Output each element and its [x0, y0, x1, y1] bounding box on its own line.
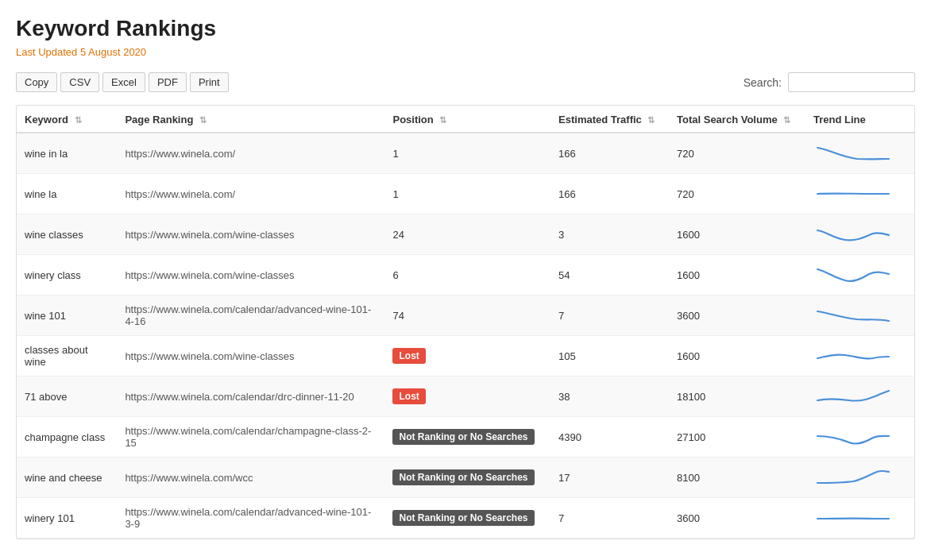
cell-page-ranking: https://www.winela.com/: [117, 133, 384, 174]
sort-icon-position: ⇅: [439, 115, 446, 126]
copy-button[interactable]: Copy: [16, 72, 57, 92]
table-row: wine 101https://www.winela.com/calendar/…: [17, 295, 914, 336]
page-ranking-link[interactable]: https://www.winela.com/: [125, 148, 235, 160]
pdf-button[interactable]: PDF: [149, 72, 187, 92]
cell-trend-line: [805, 377, 914, 417]
cell-position: 6: [384, 255, 550, 295]
page-ranking-link[interactable]: https://www.winela.com/calendar/advanced…: [125, 506, 371, 530]
table-row: winery classhttps://www.winela.com/wine-…: [17, 255, 914, 295]
search-label: Search:: [744, 76, 782, 89]
cell-position: Not Ranking or No Searches: [384, 498, 550, 539]
cell-page-ranking: https://www.winela.com/calendar/champagn…: [117, 417, 384, 458]
cell-page-ranking: https://www.winela.com/: [117, 174, 384, 214]
cell-keyword: wine and cheese: [17, 458, 117, 498]
not-ranking-badge: Not Ranking or No Searches: [392, 429, 534, 445]
cell-position: Not Ranking or No Searches: [384, 458, 550, 498]
col-header-keyword[interactable]: Keyword ⇅: [17, 106, 117, 133]
cell-keyword: winery 101: [17, 498, 117, 539]
cell-trend-line: [805, 295, 914, 336]
cell-page-ranking: https://www.winela.com/wine-classes: [117, 214, 384, 255]
page-ranking-link[interactable]: https://www.winela.com/calendar/drc-dinn…: [125, 391, 353, 403]
col-header-total-search-volume[interactable]: Total Search Volume ⇅: [669, 106, 805, 133]
page-title: Keyword Rankings: [16, 16, 915, 41]
cell-estimated-traffic: 17: [550, 458, 669, 498]
sort-icon-traffic: ⇅: [647, 115, 655, 126]
cell-position: Not Ranking or No Searches: [384, 417, 550, 458]
excel-button[interactable]: Excel: [102, 72, 145, 92]
toolbar: Copy CSV Excel PDF Print Search:: [16, 72, 915, 92]
cell-trend-line: [805, 458, 914, 498]
cell-total-search-volume: 8100: [669, 458, 805, 498]
table-row: wine lahttps://www.winela.com/1166720: [17, 174, 914, 214]
search-input[interactable]: [788, 72, 915, 92]
cell-total-search-volume: 1600: [669, 336, 805, 377]
cell-trend-line: [805, 417, 914, 458]
page-ranking-link[interactable]: https://www.winela.com/wine-classes: [125, 229, 294, 241]
table-row: champagne classhttps://www.winela.com/ca…: [17, 417, 914, 458]
table-body: wine in lahttps://www.winela.com/1166720…: [17, 133, 914, 539]
sort-icon-keyword: ⇅: [75, 115, 82, 126]
cell-trend-line: [805, 133, 914, 174]
table-header-row: Keyword ⇅ Page Ranking ⇅ Position ⇅ Esti…: [17, 106, 914, 133]
cell-position: 1: [384, 174, 550, 214]
page-ranking-link[interactable]: https://www.winela.com/wine-classes: [125, 269, 294, 281]
rankings-table: Keyword ⇅ Page Ranking ⇅ Position ⇅ Esti…: [17, 106, 914, 539]
sort-icon-volume: ⇅: [783, 115, 790, 126]
table-row: wine in lahttps://www.winela.com/1166720: [17, 133, 914, 174]
cell-page-ranking: https://www.winela.com/calendar/drc-dinn…: [117, 377, 384, 417]
col-header-page-ranking[interactable]: Page Ranking ⇅: [117, 106, 384, 133]
cell-trend-line: [805, 336, 914, 377]
cell-estimated-traffic: 3: [550, 214, 669, 255]
col-header-estimated-traffic[interactable]: Estimated Traffic ⇅: [550, 106, 669, 133]
search-bar: Search:: [744, 72, 915, 92]
lost-badge: Lost: [392, 348, 425, 364]
cell-position: Lost: [384, 377, 550, 417]
cell-estimated-traffic: 7: [550, 498, 669, 539]
cell-estimated-traffic: 4390: [550, 417, 669, 458]
table-row: 71 abovehttps://www.winela.com/calendar/…: [17, 377, 914, 417]
table-row: winery 101https://www.winela.com/calenda…: [17, 498, 914, 539]
cell-page-ranking: https://www.winela.com/calendar/advanced…: [117, 498, 384, 539]
cell-keyword: wine classes: [17, 214, 117, 255]
cell-trend-line: [805, 214, 914, 255]
table-row: classes about winehttps://www.winela.com…: [17, 336, 914, 377]
cell-total-search-volume: 27100: [669, 417, 805, 458]
cell-keyword: champagne class: [17, 417, 117, 458]
cell-estimated-traffic: 105: [550, 336, 669, 377]
not-ranking-badge: Not Ranking or No Searches: [392, 510, 534, 526]
csv-button[interactable]: CSV: [60, 72, 99, 92]
print-button[interactable]: Print: [190, 72, 229, 92]
cell-estimated-traffic: 7: [550, 295, 669, 336]
cell-page-ranking: https://www.winela.com/wcc: [117, 458, 384, 498]
rankings-table-container: Keyword ⇅ Page Ranking ⇅ Position ⇅ Esti…: [16, 105, 915, 539]
cell-keyword: wine in la: [17, 133, 117, 174]
cell-estimated-traffic: 166: [550, 133, 669, 174]
cell-trend-line: [805, 255, 914, 295]
cell-total-search-volume: 3600: [669, 295, 805, 336]
cell-total-search-volume: 1600: [669, 255, 805, 295]
lost-badge: Lost: [392, 388, 425, 404]
page-ranking-link[interactable]: https://www.winela.com/calendar/advanced…: [125, 303, 371, 327]
cell-page-ranking: https://www.winela.com/calendar/advanced…: [117, 295, 384, 336]
cell-keyword: wine la: [17, 174, 117, 214]
page-ranking-link[interactable]: https://www.winela.com/calendar/champagn…: [125, 425, 371, 449]
cell-estimated-traffic: 166: [550, 174, 669, 214]
cell-total-search-volume: 1600: [669, 214, 805, 255]
page-ranking-link[interactable]: https://www.winela.com/wine-classes: [125, 350, 294, 362]
cell-position: 24: [384, 214, 550, 255]
table-row: wine and cheesehttps://www.winela.com/wc…: [17, 458, 914, 498]
cell-keyword: winery class: [17, 255, 117, 295]
page-ranking-link[interactable]: https://www.winela.com/: [125, 188, 235, 200]
not-ranking-badge: Not Ranking or No Searches: [392, 469, 534, 485]
col-header-position[interactable]: Position ⇅: [384, 106, 550, 133]
page-ranking-link[interactable]: https://www.winela.com/wcc: [125, 472, 253, 484]
cell-trend-line: [805, 174, 914, 214]
cell-estimated-traffic: 38: [550, 377, 669, 417]
cell-page-ranking: https://www.winela.com/wine-classes: [117, 336, 384, 377]
cell-position: 74: [384, 295, 550, 336]
col-header-trend-line: Trend Line: [805, 106, 914, 133]
table-row: wine classeshttps://www.winela.com/wine-…: [17, 214, 914, 255]
cell-position: 1: [384, 133, 550, 174]
cell-total-search-volume: 720: [669, 174, 805, 214]
cell-total-search-volume: 18100: [669, 377, 805, 417]
